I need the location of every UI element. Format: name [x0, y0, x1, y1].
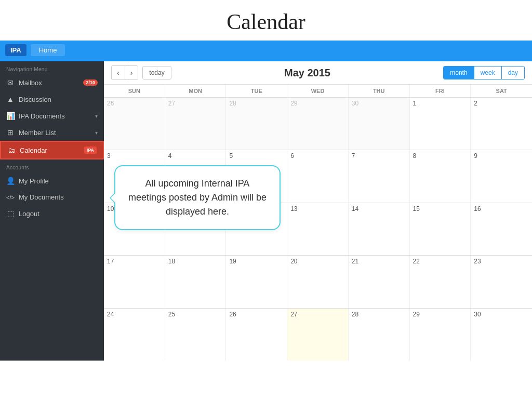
header-sat: SAT [471, 85, 532, 97]
app-container: Navigation Menu ✉ Mailbox 2/10 ▲ Discuss… [0, 59, 532, 361]
header-mon: MON [165, 85, 227, 97]
day-may-25[interactable]: 25 [165, 309, 227, 361]
day-may-19[interactable]: 19 [226, 256, 287, 308]
day-may-16[interactable]: 16 [471, 203, 532, 255]
my-documents-icon: </> [6, 194, 15, 201]
day-may-28[interactable]: 28 [349, 309, 410, 361]
page-title-area: Calendar [0, 0, 532, 41]
calendar-label: Calendar [20, 147, 80, 154]
sidebar-item-discussion[interactable]: ▲ Discussion [0, 91, 104, 108]
ipa-documents-icon: 📊 [6, 112, 15, 120]
sidebar-item-my-documents[interactable]: </> My Documents [0, 189, 104, 205]
header-sun: SUN [104, 85, 165, 97]
day-may-18[interactable]: 18 [165, 256, 227, 308]
day-may-30[interactable]: 30 [471, 309, 532, 361]
header-thu: THU [349, 85, 410, 97]
sidebar-item-my-profile[interactable]: 👤 My Profile [0, 172, 104, 189]
member-list-label: Member List [19, 129, 91, 137]
view-month-button[interactable]: month [444, 66, 474, 79]
day-may-20[interactable]: 20 [287, 256, 349, 308]
day-may-24[interactable]: 24 [104, 309, 165, 361]
page-title: Calendar [0, 9, 532, 34]
day-may-7[interactable]: 7 [349, 150, 410, 202]
ipa-documents-label: IPA Documents [19, 112, 91, 120]
discussion-icon: ▲ [6, 95, 15, 103]
week-1: 26 27 28 29 30 1 2 [104, 98, 532, 150]
nav-section-label: Navigation Menu [0, 61, 104, 74]
sidebar-item-logout[interactable]: ⬚ Logout [0, 205, 104, 222]
day-may-9[interactable]: 9 [471, 150, 532, 202]
mailbox-icon: ✉ [6, 78, 15, 87]
day-may-29[interactable]: 29 [410, 309, 471, 361]
day-may-2[interactable]: 2 [471, 98, 532, 150]
day-may-23[interactable]: 23 [471, 256, 532, 308]
my-profile-icon: 👤 [6, 177, 15, 185]
home-button[interactable]: Home [31, 44, 65, 56]
sidebar-item-ipa-documents[interactable]: 📊 IPA Documents ▾ [0, 108, 104, 124]
sidebar: Navigation Menu ✉ Mailbox 2/10 ▲ Discuss… [0, 61, 104, 361]
logout-label: Logout [19, 210, 98, 218]
ipa-documents-arrow: ▾ [95, 113, 98, 119]
day-apr-28[interactable]: 28 [226, 98, 287, 150]
sidebar-item-member-list[interactable]: ⊞ Member List ▾ [0, 124, 104, 141]
mailbox-badge: 2/10 [83, 79, 98, 86]
day-may-17[interactable]: 17 [104, 256, 165, 308]
calendar-icon: 🗂 [7, 146, 16, 154]
header-tue: TUE [226, 85, 287, 97]
discussion-label: Discussion [19, 96, 98, 103]
header-fri: FRI [410, 85, 471, 97]
day-may-22[interactable]: 22 [410, 256, 471, 308]
view-week-button[interactable]: week [474, 66, 502, 79]
my-documents-label: My Documents [19, 193, 98, 201]
sidebar-item-mailbox[interactable]: ✉ Mailbox 2/10 [0, 74, 104, 91]
day-may-27-today[interactable]: 27 [287, 309, 349, 361]
day-may-15[interactable]: 15 [410, 203, 471, 255]
day-may-8[interactable]: 8 [410, 150, 471, 202]
view-group: month week day [443, 66, 525, 79]
day-may-13[interactable]: 13 [287, 203, 349, 255]
top-bar: IPA Home [0, 41, 532, 59]
nav-group: ‹ › [111, 65, 138, 80]
day-apr-29[interactable]: 29 [287, 98, 349, 150]
calendar-badge: IPA [84, 147, 97, 154]
callout-tooltip: All upcoming Internal IPA meetings poste… [114, 165, 281, 230]
calendar-title: May 2015 [176, 67, 440, 79]
view-day-button[interactable]: day [502, 66, 524, 79]
day-apr-27[interactable]: 27 [165, 98, 227, 150]
logout-icon: ⬚ [6, 209, 15, 218]
day-may-26[interactable]: 26 [226, 309, 287, 361]
prev-button[interactable]: ‹ [112, 66, 125, 79]
mailbox-label: Mailbox [19, 79, 79, 87]
header-wed: WED [287, 85, 349, 97]
sidebar-item-calendar[interactable]: 🗂 Calendar IPA [0, 141, 104, 159]
today-button[interactable]: today [142, 66, 171, 79]
week-4: 17 18 19 20 21 22 23 [104, 256, 532, 308]
calendar-header-row: SUN MON TUE WED THU FRI SAT [104, 85, 532, 98]
week-5: 24 25 26 27 28 29 30 [104, 309, 532, 361]
day-apr-26[interactable]: 26 [104, 98, 165, 150]
member-list-icon: ⊞ [6, 128, 15, 137]
calendar-toolbar: ‹ › today May 2015 month week day [104, 61, 532, 85]
day-may-6[interactable]: 6 [287, 150, 349, 202]
accounts-section-label: Accounts [0, 159, 104, 172]
day-may-1[interactable]: 1 [410, 98, 471, 150]
next-button[interactable]: › [125, 66, 138, 79]
member-list-arrow: ▾ [95, 130, 98, 136]
top-bar-logo: IPA [5, 44, 26, 56]
day-may-14[interactable]: 14 [349, 203, 410, 255]
day-apr-30[interactable]: 30 [349, 98, 410, 150]
my-profile-label: My Profile [19, 177, 98, 185]
day-may-21[interactable]: 21 [349, 256, 410, 308]
